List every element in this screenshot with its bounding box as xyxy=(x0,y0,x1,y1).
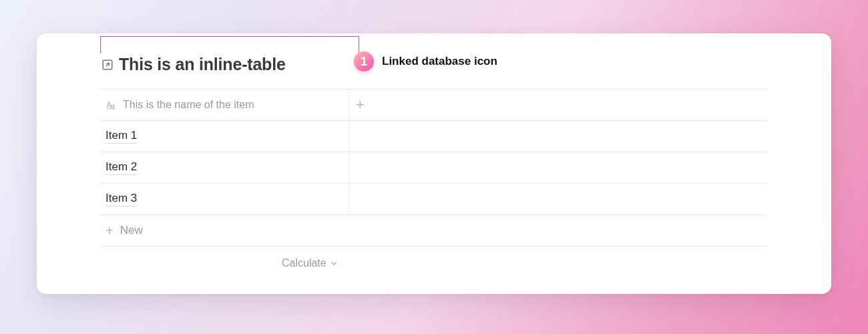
table-header-row: This is the name of the item + xyxy=(100,89,768,120)
cell-empty[interactable] xyxy=(349,152,768,183)
linked-database-icon[interactable] xyxy=(100,57,115,72)
table-title-row: 1 Linked database icon This is an inline… xyxy=(100,55,768,74)
chevron-down-icon xyxy=(331,261,337,266)
callout-label: Linked database icon xyxy=(382,55,497,68)
calculate-label: Calculate xyxy=(282,257,327,269)
add-column-button[interactable]: + xyxy=(349,90,768,120)
new-row-label: New xyxy=(120,224,143,237)
column-header-name-label: This is the name of the item xyxy=(123,99,254,111)
cell-name[interactable]: Item 2 xyxy=(100,160,349,175)
table-row[interactable]: Item 2 xyxy=(100,152,768,183)
cell-empty[interactable] xyxy=(349,184,768,214)
callout-bracket xyxy=(100,36,359,53)
plus-icon: + xyxy=(356,98,365,112)
calculate-button[interactable]: Calculate xyxy=(282,257,337,269)
cell-name[interactable]: Item 3 xyxy=(100,192,349,206)
new-row-button[interactable]: + New xyxy=(100,214,768,246)
cell-name-text: Item 3 xyxy=(105,192,137,206)
table-row[interactable]: Item 3 xyxy=(100,183,768,214)
cell-name[interactable]: Item 1 xyxy=(100,129,349,144)
plus-icon: + xyxy=(105,224,114,237)
cell-name-text: Item 2 xyxy=(105,160,137,175)
cell-empty[interactable] xyxy=(349,121,768,152)
table-footer: Calculate xyxy=(100,246,768,279)
cell-name-text: Item 1 xyxy=(105,129,137,144)
column-header-name[interactable]: This is the name of the item xyxy=(100,99,349,111)
inline-table: This is the name of the item + Item 1 It… xyxy=(100,89,768,279)
callout-badge-number: 1 xyxy=(361,55,367,69)
table-row[interactable]: Item 1 xyxy=(100,120,768,152)
content-card: 1 Linked database icon This is an inline… xyxy=(37,33,831,294)
table-title[interactable]: This is an inline-table xyxy=(119,55,286,74)
text-property-icon xyxy=(105,100,118,110)
callout-badge: 1 xyxy=(354,51,374,71)
